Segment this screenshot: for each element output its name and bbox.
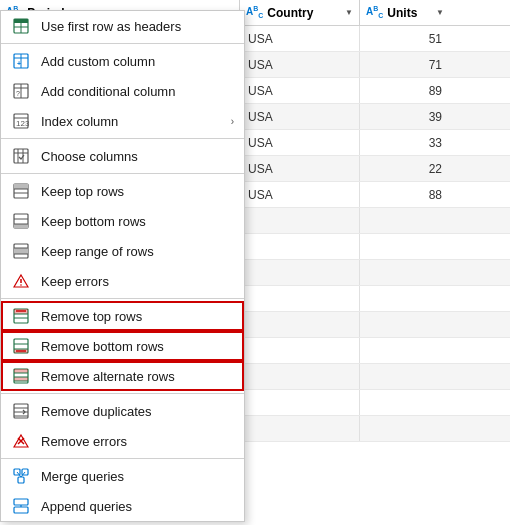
units-col-label: Units <box>387 6 432 20</box>
menu-item-label: Choose columns <box>41 149 234 164</box>
dedup-icon <box>11 401 31 421</box>
menu-item-remove-alt[interactable]: Remove alternate rows <box>1 361 244 391</box>
menu-item-keep-top[interactable]: Keep top rows <box>1 176 244 206</box>
svg-rect-24 <box>14 224 28 228</box>
cell-units <box>360 390 450 415</box>
cell-country <box>240 260 360 285</box>
country-type-icon: ABC <box>246 5 263 19</box>
cell-units: 88 <box>360 182 450 207</box>
svg-rect-62 <box>14 499 28 505</box>
menu-item-remove-errors[interactable]: Remove errors <box>1 426 244 456</box>
keep-top-icon <box>11 181 31 201</box>
svg-text:?: ? <box>16 90 20 97</box>
menu-item-index-col[interactable]: 123 Index column› <box>1 106 244 136</box>
svg-rect-20 <box>14 184 28 189</box>
svg-rect-28 <box>14 248 28 254</box>
menu-item-merge[interactable]: Merge queries <box>1 461 244 491</box>
cell-country <box>240 364 360 389</box>
context-menu: Use first row as headers + Add custom co… <box>0 10 245 522</box>
svg-rect-63 <box>14 507 28 513</box>
append-icon <box>11 496 31 516</box>
menu-item-label: Remove duplicates <box>41 404 234 419</box>
cell-units <box>360 364 450 389</box>
menu-item-label: Keep bottom rows <box>41 214 234 229</box>
index-icon: 123 <box>11 111 31 131</box>
units-dropdown-icon[interactable]: ▼ <box>436 8 444 17</box>
svg-rect-46 <box>14 377 28 381</box>
menu-item-use-first-row[interactable]: Use first row as headers <box>1 11 244 41</box>
col-cond-icon: ? <box>11 81 31 101</box>
cell-units: 89 <box>360 78 450 103</box>
cell-country <box>240 416 360 441</box>
menu-item-keep-bottom[interactable]: Keep bottom rows <box>1 206 244 236</box>
menu-item-label: Keep top rows <box>41 184 234 199</box>
cell-units <box>360 416 450 441</box>
menu-divider <box>1 138 244 139</box>
submenu-arrow-icon: › <box>231 116 234 127</box>
cell-country: USA <box>240 104 360 129</box>
cell-country: USA <box>240 52 360 77</box>
cell-units <box>360 312 450 337</box>
cell-country: USA <box>240 78 360 103</box>
menu-item-add-cond-col[interactable]: ? Add conditional column <box>1 76 244 106</box>
menu-item-label: Index column <box>41 114 221 129</box>
col-header-units[interactable]: ABC Units ▼ <box>360 0 450 25</box>
menu-divider <box>1 298 244 299</box>
cell-country <box>240 338 360 363</box>
cell-units <box>360 286 450 311</box>
cell-units <box>360 260 450 285</box>
cell-country <box>240 312 360 337</box>
cell-country: USA <box>240 26 360 51</box>
menu-item-label: Remove errors <box>41 434 234 449</box>
cell-units <box>360 338 450 363</box>
menu-divider <box>1 393 244 394</box>
choose-icon <box>11 146 31 166</box>
svg-point-33 <box>20 284 22 286</box>
svg-rect-1 <box>14 19 28 23</box>
menu-item-label: Add conditional column <box>41 84 234 99</box>
svg-rect-15 <box>14 149 28 163</box>
cell-units <box>360 234 450 259</box>
cell-units <box>360 208 450 233</box>
menu-item-remove-bottom[interactable]: Remove bottom rows <box>1 331 244 361</box>
cell-units: 71 <box>360 52 450 77</box>
menu-item-remove-dupes[interactable]: Remove duplicates <box>1 396 244 426</box>
cell-country <box>240 208 360 233</box>
country-dropdown-icon[interactable]: ▼ <box>345 8 353 17</box>
keep-range-icon <box>11 241 31 261</box>
menu-item-label: Remove alternate rows <box>41 369 234 384</box>
menu-divider <box>1 173 244 174</box>
table-header-icon <box>11 16 31 36</box>
country-col-label: Country <box>267 6 341 20</box>
keep-errors-icon <box>11 271 31 291</box>
remove-bottom-icon <box>11 336 31 356</box>
menu-item-label: Keep range of rows <box>41 244 234 259</box>
menu-item-label: Remove bottom rows <box>41 339 234 354</box>
merge-icon <box>11 466 31 486</box>
menu-item-append[interactable]: Append queries <box>1 491 244 521</box>
col-add-icon: + <box>11 51 31 71</box>
cell-country <box>240 234 360 259</box>
menu-item-label: Remove top rows <box>41 309 234 324</box>
col-header-country[interactable]: ABC Country ▼ <box>240 0 360 25</box>
cell-country: USA <box>240 130 360 155</box>
menu-item-keep-errors[interactable]: Keep errors <box>1 266 244 296</box>
menu-item-label: Add custom column <box>41 54 234 69</box>
cell-country: USA <box>240 156 360 181</box>
menu-item-label: Use first row as headers <box>41 19 234 34</box>
menu-divider <box>1 43 244 44</box>
cell-country <box>240 286 360 311</box>
svg-text:+: + <box>17 60 21 67</box>
menu-item-remove-top[interactable]: Remove top rows <box>1 301 244 331</box>
menu-item-keep-range[interactable]: Keep range of rows <box>1 236 244 266</box>
remove-alt-icon <box>11 366 31 386</box>
svg-rect-45 <box>14 369 28 373</box>
menu-item-label: Append queries <box>41 499 234 514</box>
cell-country: USA <box>240 182 360 207</box>
menu-item-choose-cols[interactable]: Choose columns <box>1 141 244 171</box>
cell-units: 51 <box>360 26 450 51</box>
remove-errors-icon <box>11 431 31 451</box>
cell-units: 33 <box>360 130 450 155</box>
menu-item-add-custom-col[interactable]: + Add custom column <box>1 46 244 76</box>
menu-item-label: Merge queries <box>41 469 234 484</box>
